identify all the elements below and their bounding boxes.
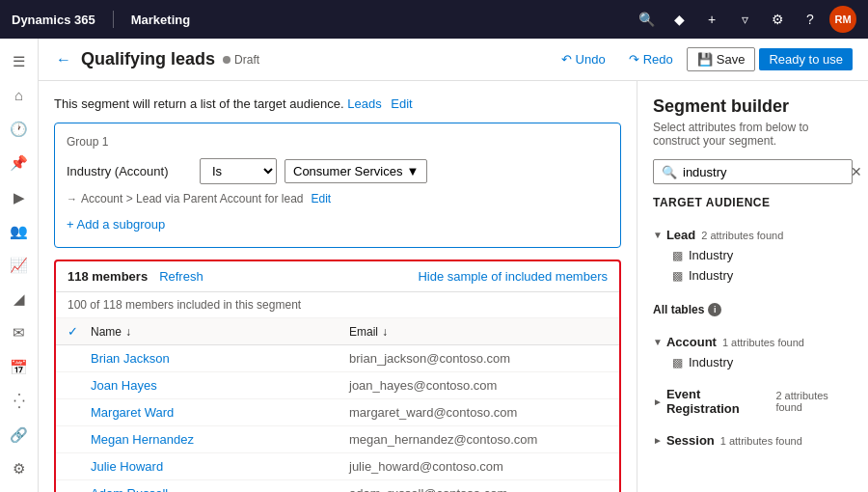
sidebar-funnel-icon[interactable]: ◢ — [4, 285, 35, 314]
settings-icon[interactable]: ⚙ — [764, 6, 791, 33]
search-icon[interactable]: 🔍 — [633, 6, 660, 33]
sidebar-calendar-icon[interactable]: 📅 — [4, 352, 35, 382]
panel-subtitle: Select attributes from below to construc… — [653, 121, 853, 148]
info-bar: This segment will return a list of the t… — [54, 96, 621, 111]
avatar[interactable]: RM — [829, 6, 856, 33]
table-header: ✓ Name ↓ Email ↓ — [56, 318, 619, 345]
edit-link[interactable]: Edit — [391, 96, 412, 111]
sidebar-clock-icon[interactable]: 🕐 — [4, 114, 35, 144]
ready-button[interactable]: Ready to use — [759, 48, 853, 70]
tree-lead-header[interactable]: ▼ Lead 2 attributes found — [653, 225, 853, 245]
tree-event-header[interactable]: ► Event Registration 2 attributes found — [653, 384, 853, 419]
sidebar-pin-icon[interactable]: 📌 — [4, 149, 35, 178]
undo-icon: ↶ — [561, 52, 572, 67]
search-input[interactable] — [683, 165, 845, 179]
panel-title: Segment builder — [653, 96, 853, 117]
tree-item-lead-industry-2[interactable]: ▩ Industry — [653, 265, 853, 286]
row-email-1: joan_hayes@contoso.com — [349, 378, 608, 393]
table-row: Joan Hayes joan_hayes@contoso.com — [56, 372, 619, 399]
sidebar-settings2-icon[interactable]: ⚙ — [4, 454, 35, 484]
breadcrumb-edit-link[interactable]: Edit — [311, 192, 331, 205]
breadcrumb-icon: → — [67, 193, 77, 205]
row-email-2: margaret_ward@contoso.com — [349, 405, 608, 420]
redo-button[interactable]: ↷ Redo — [619, 48, 683, 70]
sidebar-play-icon[interactable]: ▶ — [4, 182, 35, 212]
row-name-4[interactable]: Julie Howard — [91, 459, 349, 474]
condition-op-select[interactable]: Is — [200, 158, 277, 184]
status-dot — [223, 56, 231, 64]
group-box: Group 1 Industry (Account) Is Consumer S… — [54, 123, 621, 248]
search-box: 🔍 ✕ — [653, 159, 853, 184]
page-content: This segment will return a list of the t… — [39, 81, 868, 492]
condition-value[interactable]: Consumer Services ▼ — [285, 159, 427, 183]
condition-field-label: Industry (Account) — [67, 164, 192, 178]
back-button[interactable]: ← — [54, 49, 73, 70]
help-icon[interactable]: ? — [797, 6, 824, 33]
nav-divider — [113, 11, 114, 28]
row-name-2[interactable]: Margaret Ward — [91, 405, 349, 420]
table-row: Brian Jackson brian_jackson@contoso.com — [56, 345, 619, 372]
save-icon: 💾 — [697, 52, 713, 67]
row-name-1[interactable]: Joan Hayes — [91, 378, 349, 393]
plus-icon[interactable]: + — [698, 6, 725, 33]
status-badge: Draft — [223, 53, 259, 67]
sidebar-grid-icon[interactable]: ⁛ — [4, 386, 35, 416]
sidebar-menu-icon[interactable]: ☰ — [4, 46, 35, 76]
event-count: 2 attributes found — [775, 390, 853, 413]
row-name-5[interactable]: Adam Russell — [91, 486, 349, 492]
tree-account-header[interactable]: ▼ Account 1 attributes found — [653, 332, 853, 352]
lead-count: 2 attributes found — [701, 230, 783, 241]
session-count: 1 attributes found — [720, 435, 802, 447]
undo-button[interactable]: ↶ Undo — [552, 48, 615, 70]
breadcrumb-text: Account > Lead via Parent Account for le… — [81, 192, 303, 205]
sidebar-chart-icon[interactable]: 📈 — [4, 250, 35, 280]
lead-chevron: ▼ — [653, 230, 663, 240]
leads-link[interactable]: Leads — [347, 96, 381, 111]
app-name: Marketing — [131, 13, 190, 27]
sidebar-home-icon[interactable]: ⌂ — [4, 80, 35, 110]
nav-icons: 🔍 ◆ + ▿ ⚙ ? RM — [633, 6, 856, 33]
account-industry-label: Industry — [689, 355, 733, 369]
row-name-0[interactable]: Brian Jackson — [91, 351, 349, 366]
session-chevron: ► — [653, 435, 663, 446]
table-row: Megan Hernandez megan_hernandez@contoso.… — [56, 426, 619, 453]
segment-builder-panel: Segment builder Select attributes from b… — [637, 81, 868, 492]
account-chevron: ▼ — [653, 337, 663, 347]
table-icon-3: ▩ — [672, 356, 683, 369]
search-clear-icon[interactable]: ✕ — [851, 164, 862, 179]
email-col-header[interactable]: Email ↓ — [349, 325, 608, 339]
lead-group-label: Lead — [666, 228, 695, 242]
table-icon-2: ▩ — [672, 269, 683, 283]
row-name-3[interactable]: Megan Hernandez — [91, 432, 349, 447]
main-layout: ☰ ⌂ 🕐 📌 ▶ 👥 📈 ◢ ✉ 📅 ⁛ 🔗 ⚙ ← Qualifying l… — [0, 39, 868, 492]
sidebar: ☰ ⌂ 🕐 📌 ▶ 👥 📈 ◢ ✉ 📅 ⁛ 🔗 ⚙ — [0, 39, 39, 492]
info-icon[interactable]: i — [708, 303, 721, 316]
event-chevron: ► — [653, 396, 663, 407]
all-tables-label: All tables i — [653, 303, 853, 316]
row-email-5: adam_russell@contoso.com — [349, 486, 608, 492]
tree-session-header[interactable]: ► Session 1 attributes found — [653, 430, 853, 451]
sub-header-actions: ↶ Undo ↷ Redo 💾 Save Ready to use — [552, 47, 853, 71]
filter-icon[interactable]: ▿ — [731, 6, 758, 33]
row-email-3: megan_hernandez@contoso.com — [349, 432, 608, 447]
redo-icon: ↷ — [629, 52, 639, 67]
members-count: 118 members — [68, 269, 148, 284]
sidebar-email-icon[interactable]: ✉ — [4, 318, 35, 348]
page-title: Qualifying leads — [81, 49, 215, 69]
members-subtitle: 100 of 118 members included in this segm… — [56, 292, 619, 318]
audience-label: Target audience — [653, 196, 853, 209]
table-row: Julie Howard julie_howard@contoso.com — [56, 453, 619, 480]
name-col-header[interactable]: Name ↓ — [91, 325, 349, 339]
add-subgroup-button[interactable]: + Add a subgroup — [67, 213, 609, 235]
sidebar-users-icon[interactable]: 👥 — [4, 216, 35, 246]
tree-item-lead-industry-1[interactable]: ▩ Industry — [653, 245, 853, 265]
bell-icon[interactable]: ◆ — [665, 6, 692, 33]
refresh-button[interactable]: Refresh — [159, 269, 203, 284]
hide-sample-button[interactable]: Hide sample of included members — [418, 269, 608, 284]
tree-item-account-industry[interactable]: ▩ Industry — [653, 352, 853, 372]
member-rows: Brian Jackson brian_jackson@contoso.com … — [56, 345, 619, 492]
search-icon: 🔍 — [662, 165, 677, 179]
save-button[interactable]: 💾 Save — [687, 47, 756, 71]
sidebar-link-icon[interactable]: 🔗 — [4, 421, 35, 451]
event-group-label: Event Registration — [666, 387, 771, 416]
